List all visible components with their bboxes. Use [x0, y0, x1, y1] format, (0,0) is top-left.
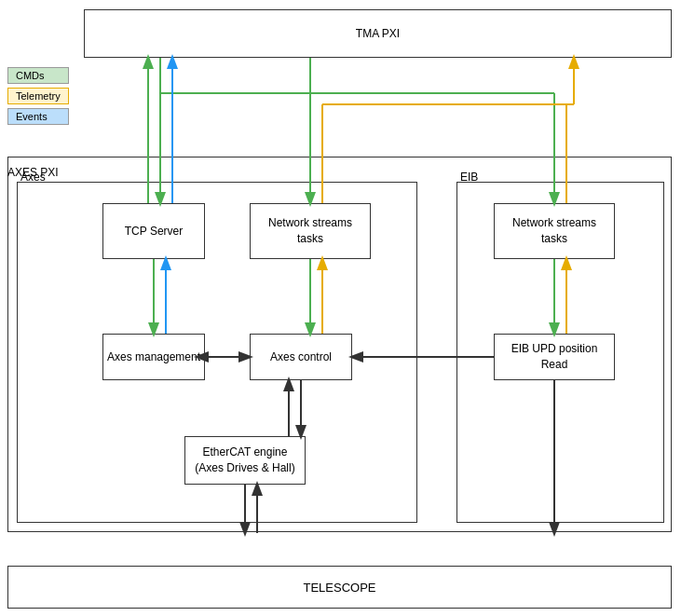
- net-streams-axes-box: Network streamstasks: [250, 203, 371, 259]
- axes-control-label: Axes control: [270, 349, 332, 365]
- tcp-server-label: TCP Server: [125, 224, 183, 240]
- net-streams-eib-box: Network streamstasks: [494, 203, 615, 259]
- telescope-box: TELESCOPE: [7, 566, 672, 609]
- net-streams-eib-label: Network streamstasks: [512, 215, 596, 247]
- ethercat-label: EtherCAT engine(Axes Drives & Hall): [195, 445, 294, 476]
- legend-telemetry: Telemetry: [7, 88, 69, 104]
- legend-events: Events: [7, 108, 69, 125]
- tma-pxi-box: TMA PXI: [84, 9, 672, 58]
- diagram-container: TMA PXI CMDs Telemetry Events AXES PXI A…: [0, 0, 681, 616]
- axes-inner-label: Axes: [20, 171, 46, 184]
- eib-inner-label: EIB: [460, 171, 478, 184]
- tma-pxi-label: TMA PXI: [356, 26, 400, 42]
- eib-upd-label: EIB UPD positionRead: [511, 341, 598, 373]
- telescope-label: TELESCOPE: [303, 581, 375, 595]
- legend-cmds: CMDs: [7, 67, 69, 84]
- ethercat-box: EtherCAT engine(Axes Drives & Hall): [184, 436, 306, 485]
- axes-mgmt-box: Axes management: [102, 334, 205, 380]
- legend: CMDs Telemetry Events: [7, 67, 69, 125]
- tcp-server-box: TCP Server: [102, 203, 205, 259]
- net-streams-axes-label: Network streamstasks: [268, 215, 352, 247]
- axes-mgmt-label: Axes management: [107, 349, 200, 365]
- eib-upd-box: EIB UPD positionRead: [494, 334, 615, 380]
- axes-control-box: Axes control: [250, 334, 352, 380]
